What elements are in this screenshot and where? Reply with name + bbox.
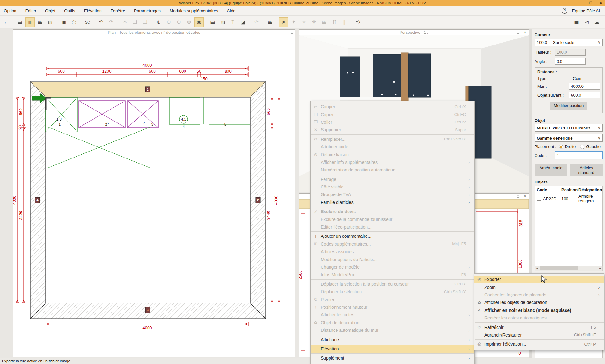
submenu-item[interactable]: ⎙ Imprimer l'élévation... Ctrl+P xyxy=(474,340,604,348)
plan-canvas[interactable]: 4000 600 1200 600 600 50 800 150 4000 56… xyxy=(13,35,295,357)
context-menu-item[interactable]: Famille d'articles › xyxy=(311,199,474,206)
menubar-item[interactable]: Fenêtre xyxy=(110,9,125,13)
submenu-item[interactable]: Zoom › xyxy=(474,283,604,291)
cursor-value: 100.0 xyxy=(537,40,547,45)
menubar-item[interactable]: Editer xyxy=(25,9,36,13)
minimize-icon[interactable]: – xyxy=(285,30,287,35)
mouse-cursor xyxy=(541,275,547,283)
note-icon[interactable]: ▤ xyxy=(208,17,217,27)
elevation-view-icon[interactable]: ▦ xyxy=(35,17,45,27)
zoom-window-icon[interactable]: ⊙ xyxy=(174,17,184,27)
close-icon[interactable]: ✕ xyxy=(599,1,602,5)
mur-field[interactable]: 4000.0 xyxy=(569,83,600,90)
menubar-item[interactable]: Option xyxy=(4,9,16,13)
submenu-arrow-icon: › xyxy=(466,176,472,182)
menubar-item[interactable]: Paramétrages xyxy=(134,9,161,13)
section-icon[interactable]: ∥ xyxy=(340,17,349,27)
submenu-item[interactable]: ✓ Afficher en noir et blanc (mode esquis… xyxy=(474,307,604,314)
maximize-icon[interactable]: □ xyxy=(291,30,293,35)
copy-icon[interactable]: ❏ xyxy=(130,17,140,27)
amenagement-angle-button[interactable]: Amén. angle xyxy=(535,164,567,176)
row-checkbox[interactable] xyxy=(537,196,541,201)
column-header-code[interactable]: Code xyxy=(537,188,561,192)
rotate-view-icon[interactable]: ⟲ xyxy=(353,17,363,27)
context-menu-item[interactable]: Supplément › xyxy=(311,354,474,362)
redo-icon[interactable]: ↷ xyxy=(106,17,116,27)
zoom-object-icon[interactable]: ⊛ xyxy=(184,17,194,27)
zoom-out-icon[interactable]: ⊖ xyxy=(164,17,173,27)
column-header-designation[interactable]: Désignation xyxy=(578,188,602,192)
select-arrow-icon[interactable]: ➤ xyxy=(279,17,288,27)
scroll-left-icon[interactable]: ◂ xyxy=(535,266,540,270)
shaded-view-icon[interactable]: ❖ xyxy=(309,17,319,27)
zoom-page-icon[interactable]: ◉ xyxy=(194,17,204,27)
cursor-mode-select[interactable]: 100.0 ↑ Sur le socle ∨ xyxy=(535,39,603,46)
walls-up-icon[interactable]: ⇈ xyxy=(330,17,339,27)
placement-droite-radio[interactable] xyxy=(559,145,563,149)
print-icon[interactable]: ⎙ xyxy=(69,17,79,27)
account-name[interactable]: Equipe Pôle AI xyxy=(572,9,600,13)
menubar-item[interactable]: Elévation xyxy=(84,9,102,13)
angle-field[interactable]: 0.0 xyxy=(555,58,586,65)
minimize-icon[interactable]: – xyxy=(511,194,512,199)
submenu-item[interactable]: ✿ Afficher les objets de décoration xyxy=(474,299,604,306)
objet-suivant-field[interactable]: 600.0 xyxy=(569,92,600,98)
minimize-icon[interactable]: – xyxy=(511,30,512,35)
grid-icon[interactable]: ▦ xyxy=(319,17,329,27)
code-input[interactable]: " xyxy=(555,151,603,159)
save-icon[interactable]: ▣ xyxy=(59,17,69,27)
gamme-select[interactable]: Gamme générique ∨ xyxy=(535,134,603,142)
submenu-item[interactable]: Agrandir/Restaurer Ctrl+Shift+F xyxy=(474,331,604,339)
context-menu-item: ⊞ Codes supplémentaires... Maj+F5 xyxy=(311,240,474,248)
maximize-icon[interactable]: □ xyxy=(517,30,519,35)
column-header-position[interactable]: Position xyxy=(561,188,578,192)
export-image-icon[interactable]: ▣ xyxy=(572,17,581,27)
menubar-item[interactable]: Objet xyxy=(45,9,55,13)
catalog-select[interactable]: MOREL 2023-1 FR Cuisines ∨ xyxy=(535,124,603,132)
type-label: Type: xyxy=(537,76,573,81)
objet-suivant-label: Objet suivant : xyxy=(537,93,569,98)
articles-standard-button[interactable]: Articles standard xyxy=(570,164,603,176)
undo-icon[interactable]: ↶ xyxy=(96,17,106,27)
scroll-right-icon[interactable]: ▸ xyxy=(598,266,602,270)
zoom-in-icon[interactable]: ⊕ xyxy=(154,17,163,27)
room-view-icon[interactable]: ▥ xyxy=(25,17,35,27)
menu-item-icon: T xyxy=(311,234,321,239)
menubar-item[interactable]: Outils xyxy=(64,9,75,13)
calculator-icon[interactable]: ▦ xyxy=(265,17,275,27)
elevation-list-icon[interactable]: ▧ xyxy=(45,17,55,27)
help-icon[interactable]: ? xyxy=(562,8,567,14)
modifier-position-button[interactable]: Modifier position xyxy=(550,102,588,110)
menubar-item[interactable]: Aide xyxy=(227,9,236,13)
menu-item-label: Agrandir/Restaurer xyxy=(484,332,568,337)
text-icon[interactable]: T xyxy=(228,17,238,27)
submenu-item[interactable]: ✇ Exporter xyxy=(474,276,604,283)
context-menu-item[interactable]: Affichage... › xyxy=(311,336,474,343)
cloud-icon[interactable]: ☁ xyxy=(592,17,602,27)
wireframe-icon[interactable]: ✦ xyxy=(289,17,299,27)
sc-doc-icon[interactable]: sc xyxy=(83,17,92,27)
announce-icon[interactable]: ◅ xyxy=(582,17,591,27)
maximize-icon[interactable]: □ xyxy=(517,194,519,199)
back-icon[interactable]: ← xyxy=(2,17,11,27)
menubar-item[interactable]: Modules supplémentaires xyxy=(170,9,218,13)
restore-icon[interactable]: ❐ xyxy=(589,1,592,5)
submenu-item[interactable]: ⟳ Rafraîchir F5 xyxy=(474,323,604,331)
scrollbar-thumb[interactable] xyxy=(540,266,578,270)
context-menu-item[interactable]: Elévation › xyxy=(311,345,474,353)
placement-gauche-radio[interactable] xyxy=(580,145,584,149)
cursor-panel-title: Curseur xyxy=(535,33,603,37)
table-row[interactable]: AR22C... 100 Armoire réfrigéra xyxy=(535,194,602,201)
paste-icon[interactable]: ❐ xyxy=(140,17,150,27)
objects-table-hscrollbar[interactable]: ◂ ▸ xyxy=(535,266,603,271)
label-icon[interactable]: ◪ xyxy=(238,17,248,27)
plan-view-icon[interactable]: ▤ xyxy=(15,17,25,27)
close-icon[interactable]: ✕ xyxy=(523,30,527,35)
cut-icon[interactable]: ✂ xyxy=(120,17,130,27)
note-add-icon[interactable]: ▨ xyxy=(218,17,227,27)
context-menu-item[interactable]: T Ajouter un commentaire... xyxy=(311,232,474,240)
close-icon[interactable]: ✕ xyxy=(523,194,527,199)
hidden-line-icon[interactable]: ✧ xyxy=(299,17,309,27)
refresh-icon[interactable]: ⟳ xyxy=(252,17,261,27)
minimize-icon[interactable]: – xyxy=(580,1,582,5)
